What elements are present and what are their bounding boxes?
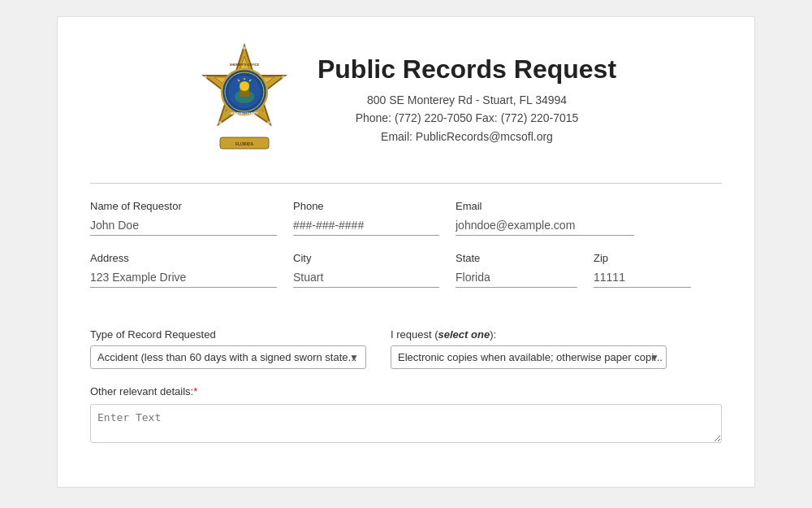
request-type-label: I request (select one): (391, 328, 667, 341)
zip-input[interactable] (594, 269, 691, 288)
email-field-group: Email (456, 200, 634, 236)
page-container: SHERIFF'S OFFICE MARTIN COUNTY FLORIDA P… (57, 16, 755, 488)
svg-point-7 (240, 81, 249, 91)
svg-point-17 (204, 76, 207, 79)
address-label: Address (90, 252, 277, 264)
header-address: 800 SE Monterey Rd - Stuart, FL 34994 (317, 91, 616, 109)
address-row: Address City State Zip (90, 252, 722, 288)
zip-label: Zip (594, 252, 691, 264)
record-type-label: Type of Record Requested (90, 328, 366, 341)
header-divider (90, 183, 722, 184)
email-label: Email (456, 200, 634, 212)
city-field-group: City (293, 252, 439, 288)
record-type-select[interactable]: Accident (less than 60 days with a signe… (91, 346, 382, 368)
other-details-label: Other relevant details:* (90, 385, 722, 397)
state-label: State (456, 252, 577, 264)
city-input[interactable] (293, 269, 439, 288)
state-input[interactable] (456, 269, 577, 288)
request-type-select[interactable]: Electronic copies when available; otherw… (391, 346, 687, 368)
other-details-section: Other relevant details:* (90, 385, 722, 446)
record-type-field-group: Type of Record Requested Accident (less … (90, 328, 366, 369)
sheriff-badge-icon: SHERIFF'S OFFICE MARTIN COUNTY FLORIDA (196, 41, 293, 155)
request-type-field-group: I request (select one): Electronic copie… (391, 328, 667, 369)
header-phone-fax: Phone: (772) 220-7050 Fax: (772) 220-701… (317, 109, 616, 127)
required-marker: * (193, 385, 197, 397)
svg-text:MARTIN COUNTY: MARTIN COUNTY (231, 111, 258, 115)
zip-field-group: Zip (594, 252, 691, 288)
header: SHERIFF'S OFFICE MARTIN COUNTY FLORIDA P… (90, 41, 722, 158)
header-text: Public Records Request 800 SE Monterey R… (317, 54, 616, 145)
svg-text:FLORIDA: FLORIDA (235, 141, 254, 146)
name-label: Name of Requestor (90, 200, 277, 212)
svg-point-15 (267, 121, 270, 124)
request-type-select-wrapper[interactable]: Electronic copies when available; otherw… (391, 345, 667, 369)
other-details-textarea[interactable] (90, 404, 722, 443)
address-field-group: Address (90, 252, 277, 288)
name-input[interactable] (90, 217, 277, 236)
name-field-group: Name of Requestor (90, 200, 277, 236)
badge-container: SHERIFF'S OFFICE MARTIN COUNTY FLORIDA (196, 41, 293, 158)
svg-point-14 (282, 76, 285, 79)
svg-point-16 (218, 121, 222, 124)
header-email: Email: PublicRecords@mcsofl.org (317, 128, 616, 145)
phone-field-group: Phone (293, 200, 439, 236)
dropdown-row: Type of Record Requested Accident (less … (90, 328, 722, 369)
email-input[interactable] (456, 217, 634, 236)
phone-input[interactable] (293, 217, 439, 236)
svg-text:SHERIFF'S OFFICE: SHERIFF'S OFFICE (230, 63, 260, 67)
page-title: Public Records Request (317, 54, 616, 85)
requestor-info-row: Name of Requestor Phone Email (90, 200, 722, 236)
state-field-group: State (456, 252, 577, 288)
svg-point-13 (243, 46, 246, 50)
phone-label: Phone (293, 200, 439, 212)
record-type-select-wrapper[interactable]: Accident (less than 60 days with a signe… (90, 345, 366, 369)
city-label: City (293, 252, 439, 264)
address-input[interactable] (90, 269, 277, 288)
